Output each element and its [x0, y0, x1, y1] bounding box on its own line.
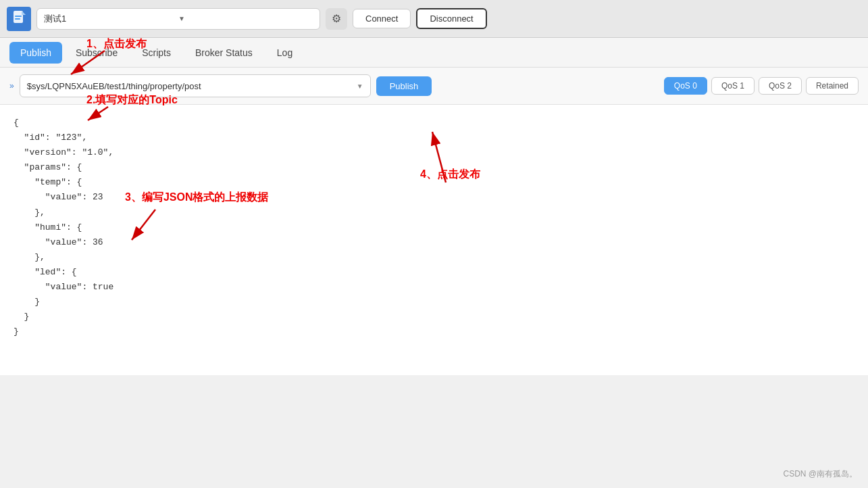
tab-log[interactable]: Log [266, 42, 303, 64]
top-bar: 测试1 ▼ ⚙ Connect Disconnect [0, 0, 868, 38]
svg-rect-2 [15, 16, 22, 17]
connection-dropdown[interactable]: 测试1 ▼ [36, 8, 320, 30]
watermark: CSDN @南有孤岛。 [783, 468, 857, 480]
topic-dropdown-icon[interactable]: ▼ [357, 82, 363, 90]
qos-2-button[interactable]: QoS 2 [759, 77, 802, 95]
app-icon [7, 7, 31, 31]
svg-rect-3 [15, 18, 20, 20]
topic-input-wrap: ▼ [20, 74, 371, 97]
tab-subscribe[interactable]: Subscribe [65, 42, 128, 64]
tab-bar: Publish Subscribe Scripts Broker Status … [0, 38, 868, 68]
dropdown-arrow-icon: ▼ [178, 15, 313, 22]
retained-button[interactable]: Retained [806, 77, 859, 95]
publish-button[interactable]: Publish [376, 76, 432, 96]
qos-group: QoS 0 QoS 1 QoS 2 Retained [664, 77, 859, 95]
tab-publish[interactable]: Publish [9, 42, 62, 64]
connection-name: 测试1 [44, 13, 178, 25]
qos-0-button[interactable]: QoS 0 [664, 77, 707, 95]
publish-row: » ▼ Publish QoS 0 QoS 1 QoS 2 Retained [0, 68, 868, 105]
tab-scripts[interactable]: Scripts [131, 42, 182, 64]
settings-button[interactable]: ⚙ [326, 8, 347, 30]
topic-input[interactable] [27, 81, 357, 91]
disconnect-button[interactable]: Disconnect [416, 8, 486, 29]
expand-icon[interactable]: » [9, 81, 14, 91]
tab-broker-status[interactable]: Broker Status [184, 42, 263, 64]
qos-1-button[interactable]: QoS 1 [711, 77, 755, 95]
connect-button[interactable]: Connect [353, 9, 411, 28]
code-editor[interactable]: { "id": "123", "version": "1.0", "params… [0, 105, 868, 375]
settings-icon: ⚙ [332, 12, 341, 25]
